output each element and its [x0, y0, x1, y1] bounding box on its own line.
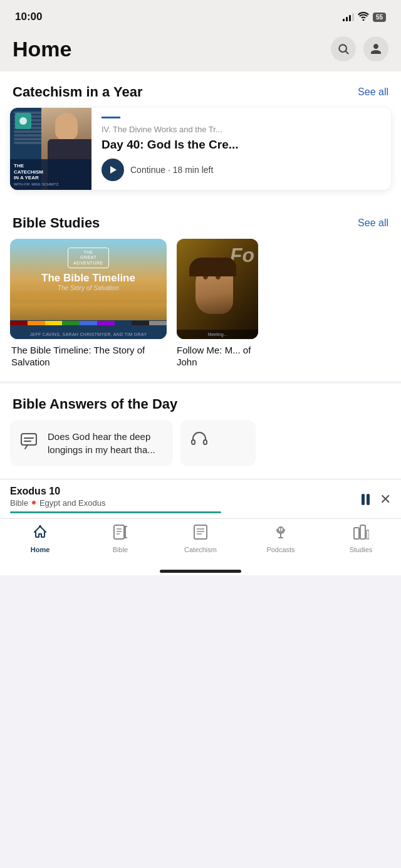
catechism-section-header: Catechism in a Year See all — [0, 71, 401, 108]
wifi-icon — [358, 12, 369, 23]
svg-rect-3 — [21, 434, 36, 445]
svg-rect-17 — [194, 525, 207, 539]
catechism-card-info: IV. The Divine Works and the Tr... Day 4… — [91, 108, 391, 190]
search-button[interactable] — [331, 36, 356, 61]
follow-me-card-title: Follow Me: M... of John — [177, 344, 258, 369]
bible-studies-section: Bible Studies See all THEGREATADVENTURE … — [0, 202, 401, 381]
signal-icon — [343, 13, 354, 21]
main-content: Catechism in a Year See all — [0, 71, 401, 479]
catechism-subtitle: IV. The Divine Works and the Tr... — [102, 125, 381, 134]
svg-rect-27 — [367, 530, 369, 539]
profile-button[interactable] — [363, 36, 388, 61]
catechism-section-title: Catechism in a Year — [13, 84, 143, 100]
catechism-see-all[interactable]: See all — [358, 86, 388, 98]
play-button[interactable] — [102, 159, 124, 181]
tab-home[interactable]: Home — [21, 524, 59, 553]
tab-podcasts[interactable]: Podcasts — [262, 524, 299, 553]
bible-timeline-title: The Bible Timeline The Story of Salvatio… — [41, 272, 135, 291]
meta-dot — [32, 501, 36, 505]
catechism-overlay-title: THECATECHISMIN A YEAR — [14, 163, 88, 181]
close-button[interactable]: ✕ — [380, 491, 391, 508]
svg-rect-25 — [354, 528, 359, 539]
tab-home-label: Home — [31, 546, 50, 553]
header: Home — [0, 31, 401, 71]
header-actions — [331, 36, 388, 61]
bible-timeline-card-title: The Bible Timeline: The Story of Salvati… — [10, 344, 167, 369]
headphones-icon — [190, 430, 208, 450]
bible-timeline-card[interactable]: THEGREATADVENTURE The Bible Timeline The… — [10, 239, 167, 369]
svg-marker-2 — [110, 166, 117, 174]
catechism-overlay: THECATECHISMIN A YEAR WITH FR. MIKE SCHM… — [10, 159, 91, 190]
catechism-divider — [102, 117, 120, 118]
bible-timeline-image: THEGREATADVENTURE The Bible Timeline The… — [10, 239, 167, 339]
follow-me-card[interactable]: Fo Meeting... Follow Me: M... of John — [177, 239, 258, 369]
color-strip — [10, 321, 167, 325]
bible-answers-scroll: Does God hear the deep longings in my he… — [0, 420, 401, 479]
follow-me-image: Fo Meeting... — [177, 239, 258, 339]
page-title: Home — [13, 37, 71, 61]
tab-studies-label: Studies — [350, 546, 373, 553]
bible-timeline-footer: JEFF CAVINS, SARAH CHRISTMYER, and TIM G… — [10, 330, 167, 339]
bible-answers-section: Bible Answers of the Day Does God hear t… — [0, 381, 401, 479]
mini-player-controls: ✕ — [362, 491, 391, 508]
catechism-card-image: THECATECHISMIN A YEAR WITH FR. MIKE SCHM… — [10, 108, 91, 190]
catechism-episode: Day 40: God Is the Cre... — [102, 138, 381, 152]
answer-card-2[interactable] — [180, 420, 256, 466]
tab-studies[interactable]: Studies — [342, 524, 380, 553]
bible-studies-title: Bible Studies — [13, 215, 100, 231]
answer-card-1[interactable]: Does God hear the deep longings in my he… — [10, 420, 173, 466]
status-bar: 10:00 55 — [0, 0, 401, 31]
chat-icon — [20, 431, 40, 451]
bible-timeline-visual: THEGREATADVENTURE The Bible Timeline The… — [10, 239, 167, 339]
desert-scene — [10, 289, 167, 320]
catechism-icon — [192, 524, 209, 544]
bible-studies-see-all[interactable]: See all — [358, 217, 388, 229]
svg-rect-10 — [114, 525, 124, 539]
mini-player-info: Exodus 10 Bible Egypt and Exodus — [10, 486, 362, 513]
svg-rect-7 — [204, 440, 207, 444]
catechism-overlay-sub: WITH FR. MIKE SCHMITZ — [14, 182, 88, 186]
tab-bible-label: Bible — [113, 546, 128, 553]
great-adventure-badge: THEGREATADVENTURE — [68, 248, 109, 268]
svg-rect-6 — [192, 440, 195, 444]
tab-catechism-label: Catechism — [184, 546, 217, 553]
svg-rect-26 — [360, 525, 365, 539]
status-icons: 55 — [343, 12, 386, 23]
tab-podcasts-label: Podcasts — [266, 546, 294, 553]
follow-me-visual: Fo Meeting... — [177, 239, 258, 339]
catechism-continue: Continue · 18 min left — [102, 159, 381, 181]
bible-answers-title: Bible Answers of the Day — [13, 396, 388, 412]
pause-button[interactable] — [362, 494, 370, 505]
mini-player-title: Exodus 10 — [10, 486, 362, 497]
podcasts-icon — [273, 524, 288, 544]
mini-player-meta: Bible Egypt and Exodus — [10, 498, 362, 508]
status-time: 10:00 — [15, 11, 42, 23]
tab-catechism[interactable]: Catechism — [182, 524, 219, 553]
mini-player-progress — [10, 511, 221, 513]
home-indicator — [0, 566, 401, 575]
catechism-card[interactable]: THECATECHISMIN A YEAR WITH FR. MIKE SCHM… — [10, 108, 391, 190]
studies-icon — [353, 524, 369, 544]
bible-answers-header: Bible Answers of the Day — [0, 384, 401, 420]
catechism-section: Catechism in a Year See all — [0, 71, 401, 190]
tab-bible[interactable]: Bible — [102, 524, 139, 553]
continue-label: Continue · 18 min left — [130, 165, 213, 175]
tab-bar: Home Bible Catechism — [0, 518, 401, 566]
catechism-logo — [15, 113, 31, 129]
bible-studies-scroll: THEGREATADVENTURE The Bible Timeline The… — [0, 239, 401, 381]
bible-studies-header: Bible Studies See all — [0, 202, 401, 239]
mini-player[interactable]: Exodus 10 Bible Egypt and Exodus ✕ — [0, 479, 401, 518]
bible-icon — [113, 524, 128, 544]
answer-text-1: Does God hear the deep longings in my he… — [48, 430, 163, 456]
battery-icon: 55 — [373, 13, 386, 22]
home-indicator-bar — [160, 570, 241, 573]
follow-me-footer: Meeting... — [177, 330, 258, 339]
home-icon — [32, 524, 48, 544]
svg-line-1 — [346, 51, 348, 54]
